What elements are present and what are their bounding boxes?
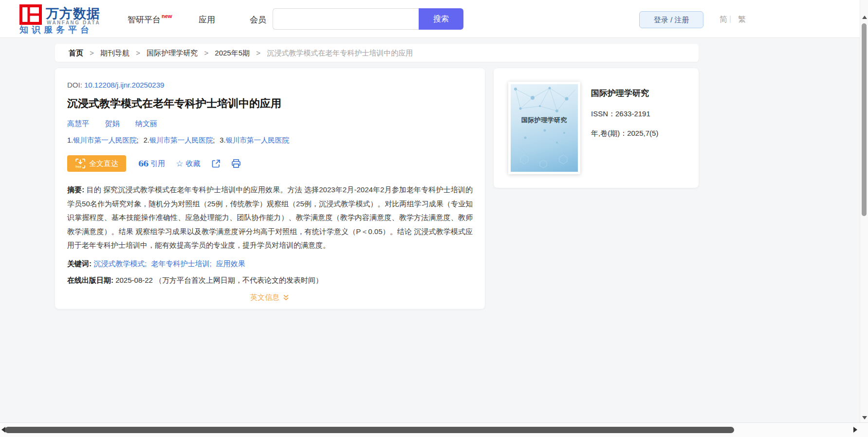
article-title: 沉浸式教学模式在老年专科护士培训中的应用 (67, 96, 473, 111)
svg-text:free: free (75, 165, 81, 168)
header: 万方数据 WANFANG DATA 知识服务平台 智研平台new 应用 会员 搜… (0, 0, 868, 38)
abstract: 摘要: 目的 探究沉浸式教学模式在老年专科护士培训中的应用效果。方法 选择202… (67, 183, 473, 253)
keywords-label: 关键词: (67, 259, 92, 268)
fulltext-button[interactable]: free 全文直达 (67, 155, 126, 172)
breadcrumb-separator: > (204, 49, 208, 57)
keyword-link[interactable]: 老年专科护士培训 (151, 259, 210, 268)
journal-name[interactable]: 国际护理学研究 (591, 88, 658, 99)
breadcrumb: 首页 > 期刊导航 > 国际护理学研究 > 2025年5期 > 沉浸式教学模式在… (55, 44, 699, 62)
keyword-separator: ; (145, 259, 147, 268)
author-link[interactable]: 贺娟 (105, 119, 119, 127)
free-download-icon: free (75, 158, 86, 169)
keyword-link[interactable]: 应用效果 (216, 259, 245, 268)
vertical-scrollbar[interactable] (860, 0, 868, 422)
authors-row: 高慧平 贺娟 纳文丽 (67, 119, 473, 128)
wanfang-logo-icon[interactable] (19, 4, 42, 25)
cite-label: 引用 (150, 159, 165, 168)
share-icon (211, 159, 221, 168)
abstract-text: 目的 探究沉浸式教学模式在老年专科护士培训中的应用效果。方法 选择2023年2月… (67, 185, 473, 249)
scroll-down-arrow-icon[interactable] (862, 416, 867, 419)
search-box: 搜索 (273, 8, 463, 30)
breadcrumb-separator: > (256, 49, 260, 57)
author-link[interactable]: 纳文丽 (135, 119, 157, 127)
journal-volume-row: 年,卷(期)：2025,7(5) (591, 129, 658, 138)
share-button[interactable] (211, 159, 221, 168)
scroll-up-arrow-icon[interactable] (862, 16, 867, 19)
favorite-label: 收藏 (186, 159, 201, 168)
journal-issn-row: ISSN：2633-2191 (591, 109, 658, 119)
breadcrumb-home[interactable]: 首页 (69, 49, 83, 57)
star-icon: ☆ (176, 159, 183, 169)
affiliation-number: 2. (144, 136, 149, 144)
new-badge: new (162, 13, 172, 19)
horizontal-scrollbar-thumb[interactable] (5, 427, 734, 433)
affiliation-link[interactable]: 银川市第一人民医院 (149, 136, 213, 144)
pubdate-value: 2025-08-22 (115, 276, 153, 284)
abstract-label: 摘要: (67, 185, 84, 194)
keyword-link[interactable]: 沉浸式教学模式 (93, 259, 145, 268)
volume-label: 年,卷(期)： (591, 129, 627, 137)
brand-tagline: 知识服务平台 (19, 24, 92, 36)
english-info-label: 英文信息 (250, 293, 279, 302)
doi-link[interactable]: 10.12208/j.ijnr.20250239 (84, 81, 164, 89)
keywords-row: 关键词: 沉浸式教学模式; 老年专科护士培训; 应用效果 (67, 259, 473, 269)
cite-button[interactable]: 66 引用 (138, 159, 165, 168)
login-register-button[interactable]: 登录 / 注册 (639, 11, 703, 28)
doi-label: DOI: (67, 81, 82, 89)
nav-item-label: 应用 (199, 15, 215, 24)
affiliation-separator: ; (213, 136, 215, 144)
nav-item-label: 智研平台 (128, 15, 161, 24)
issn-label: ISSN： (591, 109, 615, 118)
print-button[interactable] (231, 159, 241, 168)
scroll-right-arrow-icon[interactable] (853, 427, 857, 433)
affiliation-link[interactable]: 银川市第一人民医院 (73, 136, 137, 144)
breadcrumb-separator: > (90, 49, 94, 57)
nav-item-zhiyan-platform[interactable]: 智研平台new (128, 14, 171, 25)
author-link[interactable]: 高慧平 (67, 119, 89, 127)
affiliation-link[interactable]: 银川市第一人民医院 (225, 136, 289, 144)
online-pubdate-row: 在线出版日期: 2025-08-22 （万方平台首次上网日期，不代表论文的发表时… (67, 276, 473, 285)
issn-value: 2633-2191 (615, 109, 650, 118)
keyword-separator: ; (210, 259, 212, 268)
print-icon (231, 159, 241, 168)
breadcrumb-journal[interactable]: 国际护理学研究 (147, 49, 198, 57)
action-toolbar: free 全文直达 66 引用 ☆ 收藏 (67, 155, 473, 172)
affiliation-separator: ; (137, 136, 139, 144)
vertical-scrollbar-thumb[interactable] (862, 23, 867, 216)
favorite-button[interactable]: ☆ 收藏 (176, 159, 200, 169)
journal-card: 国际护理学研究 国际护理学研究 ISSN：2633-2191 年,卷(期)：20… (494, 68, 699, 188)
article-card: DOI: 10.12208/j.ijnr.20250239 沉浸式教学模式在老年… (55, 68, 485, 309)
breadcrumb-journal-nav[interactable]: 期刊导航 (100, 49, 129, 57)
journal-cover-title: 国际护理学研究 (511, 116, 578, 125)
pubdate-note: （万方平台首次上网日期，不代表论文的发表时间） (155, 276, 323, 284)
lang-divider: | (729, 15, 731, 23)
double-chevron-down-icon (282, 294, 290, 301)
breadcrumb-separator: > (136, 49, 140, 57)
affiliation-number: 3. (220, 136, 225, 144)
quote-icon: 66 (138, 159, 148, 168)
fulltext-label: 全文直达 (89, 159, 118, 168)
breadcrumb-issue[interactable]: 2025年5期 (215, 49, 250, 57)
volume-value: 2025,7(5) (627, 129, 658, 137)
lang-traditional[interactable]: 繁 (738, 15, 746, 25)
breadcrumb-current: 沉浸式教学模式在老年专科护士培训中的应用 (267, 49, 413, 57)
search-button[interactable]: 搜索 (419, 8, 463, 30)
pubdate-label: 在线出版日期: (67, 276, 113, 284)
lang-simplified[interactable]: 简 (720, 15, 727, 25)
nav-item-label: 会员 (250, 15, 266, 24)
search-input[interactable] (273, 8, 419, 30)
nav-item-member[interactable]: 会员 (250, 14, 266, 25)
journal-info: 国际护理学研究 ISSN：2633-2191 年,卷(期)：2025,7(5) (591, 88, 658, 148)
horizontal-scrollbar[interactable] (0, 422, 868, 437)
nav-item-apps[interactable]: 应用 (199, 14, 215, 25)
network-pattern (511, 84, 578, 172)
journal-cover-image: 国际护理学研究 (511, 84, 578, 172)
english-info-toggle[interactable]: 英文信息 (67, 293, 473, 302)
journal-cover[interactable]: 国际护理学研究 (508, 82, 580, 174)
affiliation-number: 1. (67, 136, 73, 144)
affiliations-row: 1.银川市第一人民医院; 2.银川市第一人民医院; 3.银川市第一人民医院 (67, 136, 473, 145)
doi-row: DOI: 10.12208/j.ijnr.20250239 (67, 81, 473, 89)
